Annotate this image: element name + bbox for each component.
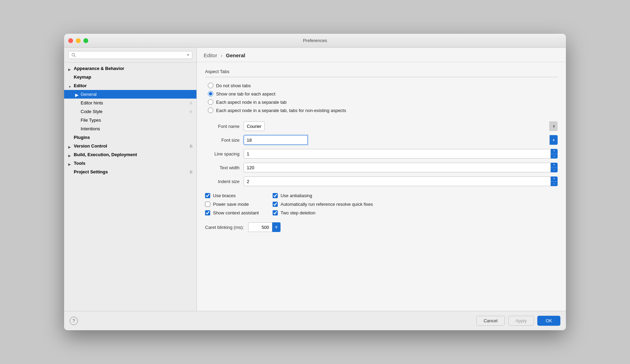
close-button[interactable]	[68, 38, 73, 43]
sidebar-item-intentions[interactable]: Intentions	[64, 124, 196, 133]
sidebar-item-plugins[interactable]: Plugins	[64, 133, 196, 142]
help-button[interactable]: ?	[70, 317, 78, 325]
maximize-button[interactable]	[83, 38, 88, 43]
sidebar-item-version-control[interactable]: Version Control ⎘	[64, 142, 196, 150]
search-input[interactable]	[78, 52, 186, 58]
font-name-label: Font name	[205, 124, 240, 129]
aspect-tabs-label: Aspect Tabs	[205, 69, 558, 74]
sidebar-item-editor[interactable]: Editor	[64, 81, 196, 90]
search-input-wrap[interactable]: ▾	[68, 51, 192, 59]
ok-button[interactable]: OK	[537, 316, 560, 326]
line-spacing-decrement[interactable]: −	[551, 154, 558, 159]
apply-button[interactable]: Apply	[508, 316, 534, 326]
sidebar-item-label: Editor hints	[81, 100, 103, 105]
font-size-control: ▾	[244, 135, 558, 145]
radio-group-aspect-tabs: Do not show tabs Show one tab for each a…	[205, 83, 558, 113]
search-icon	[71, 53, 76, 58]
sidebar-item-label: Keymap	[74, 74, 91, 80]
search-bar: ▾	[64, 48, 196, 63]
sidebar-item-tools[interactable]: Tools	[64, 159, 196, 168]
sidebar-item-label: Build, Execution, Deployment	[74, 152, 137, 157]
checkbox-auto-run[interactable]	[273, 202, 278, 207]
line-spacing-spinner-btns: + −	[551, 149, 558, 159]
caret-blinking-input-wrap: +	[248, 222, 281, 232]
indent-size-control: + −	[244, 176, 558, 186]
checkbox-two-step[interactable]	[273, 210, 278, 215]
sidebar-item-label: Version Control	[74, 143, 107, 149]
sidebar-item-keymap[interactable]: Keymap	[64, 73, 196, 81]
chevron-right-icon	[68, 67, 72, 71]
svg-point-0	[72, 53, 75, 56]
radio-separate-tab-nonexisting[interactable]	[208, 108, 213, 113]
titlebar: Preferences	[64, 34, 566, 48]
text-width-input[interactable]	[244, 163, 551, 172]
sidebar-item-label: Tools	[74, 161, 85, 166]
sidebar-item-label: Appearance & Behavior	[74, 66, 124, 71]
indent-size-increment[interactable]: +	[551, 176, 558, 182]
indent-size-decrement[interactable]: −	[551, 182, 558, 186]
indent-size-spinner: + −	[244, 176, 558, 186]
indent-size-input[interactable]	[244, 176, 551, 186]
radio-no-tabs[interactable]	[208, 83, 213, 88]
radio-label-no-tabs: Do not show tabs	[216, 83, 251, 88]
sidebar-item-label: Plugins	[74, 135, 90, 140]
search-dropdown-arrow[interactable]: ▾	[187, 53, 189, 57]
font-name-select-wrapper: Courier ⬍	[244, 121, 558, 131]
sidebar: ▾ Appearance & Behavior Keymap Editor	[64, 48, 197, 311]
checkbox-col-left: Use braces Power save mode Show context …	[205, 193, 259, 215]
checkbox-context-assistant[interactable]	[205, 210, 210, 215]
svg-line-1	[74, 55, 76, 57]
sidebar-item-build-execution[interactable]: Build, Execution, Deployment	[64, 150, 196, 159]
copy-icon: ⎘	[190, 144, 192, 148]
chevron-down-icon	[68, 84, 72, 88]
caret-blinking-row: Caret blinking (ms): +	[205, 222, 558, 232]
sidebar-item-file-types[interactable]: File Types	[64, 116, 196, 124]
caret-blinking-input[interactable]	[248, 222, 272, 232]
checkbox-row-two-step: Two step deletion	[273, 210, 373, 215]
copy-icon: ⎘	[190, 101, 192, 105]
line-spacing-input[interactable]	[244, 149, 551, 159]
sidebar-item-appearance-behavior[interactable]: Appearance & Behavior	[64, 64, 196, 73]
font-name-control: Courier ⬍	[244, 121, 558, 131]
copy-icon: ⎘	[190, 170, 192, 174]
cancel-button[interactable]: Cancel	[476, 316, 505, 326]
text-width-decrement[interactable]: −	[551, 168, 558, 173]
checkbox-row-context-assistant: Show context assistant	[205, 210, 259, 215]
caret-blinking-increment[interactable]: +	[272, 222, 281, 232]
section-divider	[205, 77, 558, 77]
radio-label-separate-tab-nonexisting: Each aspect node in a separate tab, tabs…	[216, 108, 346, 113]
font-name-select[interactable]: Courier	[244, 121, 265, 131]
minimize-button[interactable]	[76, 38, 81, 43]
sidebar-item-editor-hints[interactable]: Editor hints ⎘	[64, 99, 196, 107]
radio-one-tab[interactable]	[208, 91, 213, 97]
sidebar-item-code-style[interactable]: Code Style ⎘	[64, 107, 196, 116]
checkbox-row-use-braces: Use braces	[205, 193, 259, 198]
line-spacing-label: Line spacing	[205, 151, 240, 156]
checkbox-antialiasing[interactable]	[273, 193, 278, 198]
chevron-right-icon	[68, 144, 72, 148]
sidebar-item-project-settings[interactable]: Project Settings ⎘	[64, 168, 196, 176]
indent-size-label: Indent size	[205, 179, 240, 184]
sidebar-item-label: General	[81, 92, 96, 97]
radio-separate-tab[interactable]	[208, 99, 213, 105]
preferences-window: Preferences ▾ Appearance & Behav	[64, 34, 566, 330]
sidebar-item-general[interactable]: ▶ General	[64, 90, 196, 99]
select-arrow-icon: ⬍	[549, 121, 558, 131]
font-size-input[interactable]	[244, 135, 308, 145]
font-size-row: Font size ▾	[205, 135, 558, 145]
copy-icon: ⎘	[190, 110, 192, 114]
text-width-spinner-btns: + −	[551, 163, 558, 172]
text-width-increment[interactable]: +	[551, 163, 558, 168]
line-spacing-increment[interactable]: +	[551, 149, 558, 154]
chevron-right-icon: ▶	[75, 92, 79, 97]
checkbox-row-auto-run: Automatically run reference resolve quic…	[273, 202, 373, 207]
checkbox-row-power-save: Power save mode	[205, 202, 259, 207]
checkbox-power-save[interactable]	[205, 202, 210, 207]
footer-left: ?	[70, 317, 78, 325]
footer-right: Cancel Apply OK	[476, 316, 560, 326]
sidebar-item-label: Intentions	[81, 126, 100, 131]
radio-label-one-tab: Show one tab for each aspect	[216, 91, 275, 97]
indent-size-row: Indent size + −	[205, 176, 558, 186]
checkbox-label-context-assistant: Show context assistant	[213, 210, 259, 215]
checkbox-use-braces[interactable]	[205, 193, 210, 198]
